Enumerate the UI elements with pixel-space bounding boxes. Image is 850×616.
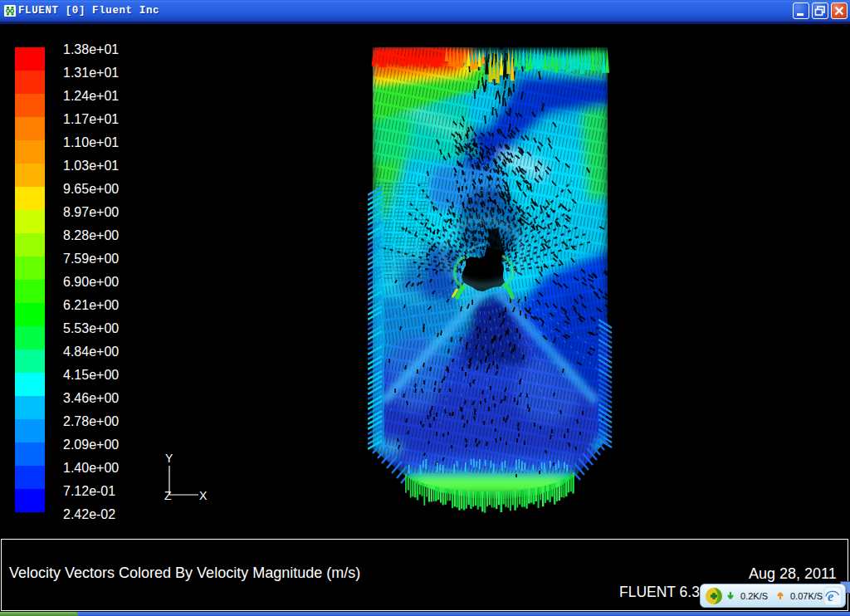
svg-text:0.07K/S: 0.07K/S [790,591,823,601]
svg-text:0.2K/S: 0.2K/S [740,591,768,601]
svg-text:Z: Z [164,489,172,502]
svg-text:X: X [199,489,208,502]
svg-text:Y: Y [165,452,173,465]
